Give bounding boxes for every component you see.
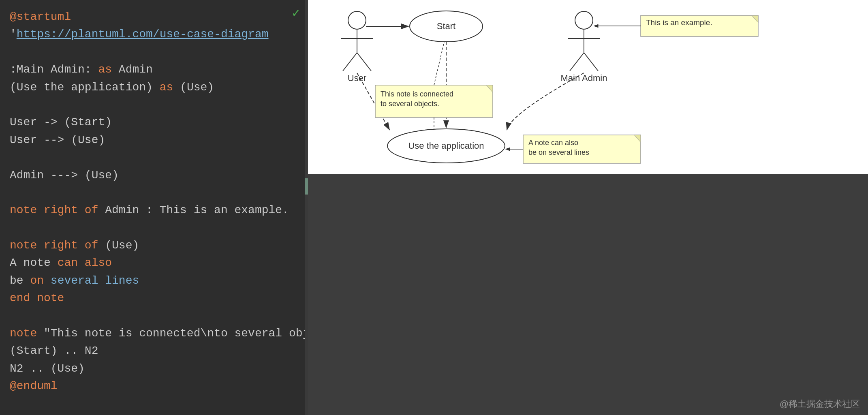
code-line-l16: be on several lines [10, 272, 298, 289]
code-line-l18 [10, 307, 298, 325]
code-line-l3 [10, 43, 298, 61]
svg-text:to several objects.: to several objects. [381, 100, 439, 108]
code-line-l17: end note [10, 289, 298, 307]
diagram-svg: User Main Admin Start Use the applicatio… [308, 0, 868, 174]
code-line-l5: (Use the application) as (Use) [10, 79, 298, 96]
code-line-l11 [10, 184, 298, 201]
code-line-l22: @enduml [10, 377, 298, 395]
code-line-l15: A note can also [10, 254, 298, 272]
svg-text:Use the application: Use the application [408, 141, 484, 151]
code-line-l8: User --> (Use) [10, 131, 298, 149]
code-line-l21: N2 .. (Use) [10, 360, 298, 377]
code-line-l4: :Main Admin: as Admin [10, 61, 298, 78]
code-line-l20: (Start) .. N2 [10, 342, 298, 359]
svg-text:This is an example.: This is an example. [646, 18, 712, 27]
code-line-l10: Admin ---> (Use) [10, 167, 298, 184]
code-lines: @startuml'https://plantuml.com/use-case-… [10, 8, 298, 395]
svg-text:Start: Start [437, 21, 455, 31]
svg-text:Main Admin: Main Admin [561, 73, 607, 83]
code-line-l6 [10, 96, 298, 113]
editor-panel: ✓ @startuml'https://plantuml.com/use-cas… [0, 0, 308, 415]
diagram-panel: User Main Admin Start Use the applicatio… [308, 0, 868, 415]
scroll-thumb[interactable] [305, 178, 308, 195]
svg-text:be on several lines: be on several lines [528, 148, 589, 156]
code-line-l19: note "This note is connected\nto several… [10, 325, 298, 342]
svg-text:User: User [348, 73, 366, 83]
watermark: @稀土掘金技术社区 [780, 398, 860, 410]
scroll-bar[interactable] [305, 0, 308, 415]
check-icon: ✓ [292, 5, 300, 21]
diagram-canvas: User Main Admin Start Use the applicatio… [308, 0, 868, 174]
code-line-l14: note right of (Use) [10, 237, 298, 254]
svg-text:This note is connected: This note is connected [381, 90, 453, 98]
svg-text:A note can also: A note can also [528, 139, 578, 147]
code-line-l7: User -> (Start) [10, 113, 298, 131]
code-line-l9 [10, 149, 298, 166]
code-line-l1: @startuml [10, 8, 298, 26]
code-line-l12: note right of Admin : This is an example… [10, 201, 298, 219]
code-line-l13 [10, 219, 298, 237]
code-line-l2: 'https://plantuml.com/use-case-diagram [10, 26, 298, 43]
